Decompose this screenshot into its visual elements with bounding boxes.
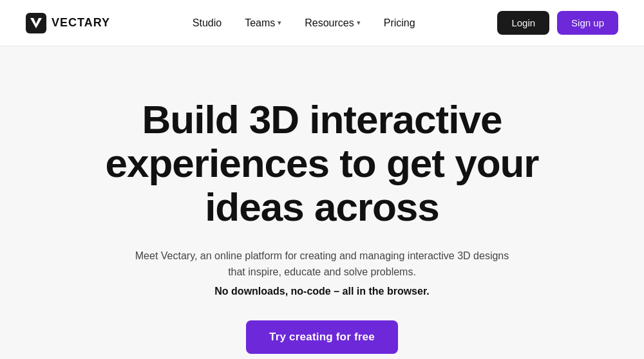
logo-icon [26,13,46,33]
nav-link-studio[interactable]: Studio [193,17,222,29]
nav-item-resources[interactable]: Resources ▾ [305,17,360,29]
hero-title: Build 3D interactive experiences to get … [84,98,560,230]
chevron-down-icon: ▾ [278,19,281,27]
signup-button[interactable]: Sign up [557,11,618,35]
nav-item-teams[interactable]: Teams ▾ [245,17,281,29]
nav-actions: Login Sign up [497,11,618,35]
nav-link-resources[interactable]: Resources ▾ [305,17,360,29]
logo[interactable]: VECTARY [26,13,110,33]
svg-rect-0 [26,13,46,33]
nav-link-teams[interactable]: Teams ▾ [245,17,281,29]
nav-link-pricing[interactable]: Pricing [384,17,415,29]
hero-section: Build 3D interactive experiences to get … [0,46,644,359]
nav-item-studio[interactable]: Studio [193,17,222,29]
login-button[interactable]: Login [497,11,549,35]
chevron-down-icon: ▾ [357,19,361,27]
nav-links: Studio Teams ▾ Resources ▾ Pricing [193,17,415,29]
nav-item-pricing[interactable]: Pricing [384,17,415,29]
brand-name: VECTARY [52,16,110,30]
navbar: VECTARY Studio Teams ▾ Resources ▾ Prici… [0,0,644,46]
cta-button[interactable]: Try creating for free [246,320,398,354]
hero-note: No downloads, no-code – all in the brows… [214,286,429,297]
hero-subtitle: Meet Vectary, an online platform for cre… [129,248,515,281]
